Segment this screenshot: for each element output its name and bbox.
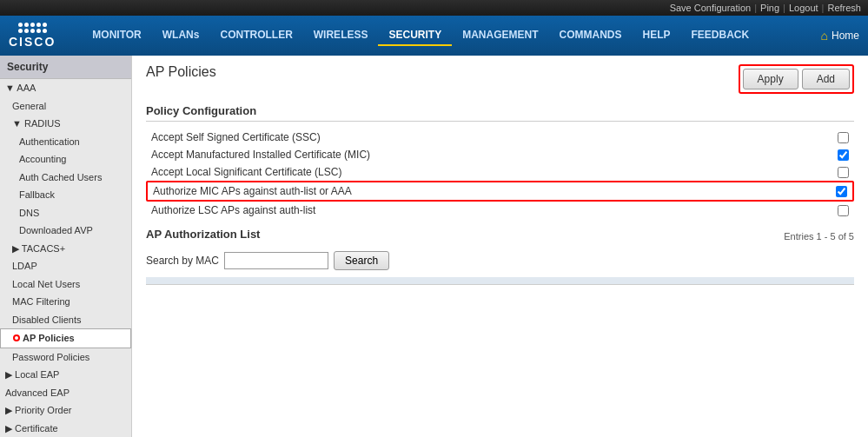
table-header [146, 277, 854, 285]
sidebar-item-label: ▶ Local EAP [5, 369, 59, 380]
content-area: AP Policies Apply Add Policy Configurati… [132, 56, 868, 437]
search-input[interactable] [224, 252, 328, 269]
sidebar-item-dns[interactable]: DNS [0, 204, 131, 222]
sidebar-item-label: Fallback [19, 189, 55, 200]
policy-rows: Accept Self Signed Certificate (SSC)Acce… [146, 129, 854, 219]
sidebar-item--tacacs-[interactable]: ▶ TACACS+ [0, 240, 131, 258]
logout-link[interactable]: Logout [789, 3, 818, 13]
sidebar-item-general[interactable]: General [0, 97, 131, 116]
sidebar-item-label: DNS [19, 208, 39, 218]
sidebar-item-label: ▶ Certificate [5, 423, 58, 434]
sidebar-item-label: Password Policies [12, 352, 89, 362]
entries-info: Entries 1 - 5 of 5 [784, 231, 854, 242]
policy-label-3: Authorize MIC APs against auth-list or A… [153, 185, 829, 197]
save-config-link[interactable]: Save Configuration [670, 3, 752, 13]
sidebar-item-label: ▼ RADIUS [12, 118, 61, 129]
sidebar-item--radius[interactable]: ▼ RADIUS [0, 115, 131, 133]
nav-item-help[interactable]: HELP [632, 25, 680, 46]
nav-item-monitor[interactable]: MONITOR [82, 25, 151, 46]
sidebar-item-ldap[interactable]: LDAP [0, 257, 131, 275]
home-label: Home [832, 30, 859, 42]
sidebar-item-label: ▶ TACACS+ [12, 243, 65, 254]
policy-row-0: Accept Self Signed Certificate (SSC) [146, 129, 854, 146]
auth-list-title: AP Authorization List [146, 228, 260, 244]
cisco-name: CISCO [9, 35, 56, 49]
policy-config-section-title: Policy Configuration [146, 104, 854, 122]
policy-label-0: Accept Self Signed Certificate (SSC) [151, 131, 831, 143]
sidebar-item-authentication[interactable]: Authentication [0, 133, 131, 151]
policy-label-1: Accept Manufactured Installed Certificat… [151, 149, 831, 161]
sidebar-item--aaa[interactable]: ▼ AAA [0, 79, 131, 97]
nav-menu: MONITORWLANsCONTROLLERWIRELESSSECURITYMA… [82, 25, 803, 46]
table-header-row [146, 277, 854, 285]
logo-dot [24, 29, 29, 33]
sidebar-items: ▼ AAAGeneral▼ RADIUSAuthenticationAccoun… [0, 79, 131, 437]
sidebar-item-label: Local Net Users [12, 279, 80, 289]
add-button[interactable]: Add [802, 69, 850, 89]
search-button[interactable]: Search [334, 251, 389, 270]
logo-dot [36, 29, 41, 33]
policy-label-4: Authorize LSC APs against auth-list [151, 204, 831, 216]
sidebar: Security ▼ AAAGeneral▼ RADIUSAuthenticat… [0, 56, 132, 437]
sidebar-item-accounting[interactable]: Accounting [0, 150, 131, 169]
policy-row-4: Authorize LSC APs against auth-list [146, 202, 854, 219]
policy-checkbox-1[interactable] [838, 149, 849, 161]
sidebar-item-label: ▼ AAA [5, 83, 36, 93]
sidebar-item--certificate[interactable]: ▶ Certificate [0, 420, 131, 438]
sidebar-item-label: Accounting [19, 154, 66, 164]
auth-list-header: AP Authorization List Entries 1 - 5 of 5 [146, 228, 854, 244]
main-layout: Security ▼ AAAGeneral▼ RADIUSAuthenticat… [0, 56, 868, 437]
policy-checkbox-4[interactable] [838, 205, 849, 216]
nav-item-feedback[interactable]: FEEDBACK [681, 25, 760, 46]
search-label: Search by MAC [146, 255, 219, 267]
sidebar-item--local-eap[interactable]: ▶ Local EAP [0, 366, 131, 384]
sidebar-item-label: Authentication [19, 136, 80, 147]
sidebar-item-advanced-eap[interactable]: Advanced EAP [0, 384, 131, 402]
col-mac [146, 277, 376, 285]
logo-dot [24, 23, 29, 27]
home-icon: ⌂ [821, 29, 828, 43]
sidebar-item-label: AP Policies [23, 333, 75, 343]
sidebar-item-downloaded-avp[interactable]: Downloaded AVP [0, 222, 131, 240]
cisco-logo: CISCO [9, 23, 56, 49]
policy-checkbox-0[interactable] [838, 132, 849, 143]
sidebar-item-label: Downloaded AVP [19, 225, 93, 235]
nav-item-commands[interactable]: COMMANDS [548, 25, 632, 46]
ping-link[interactable]: Ping [760, 3, 779, 13]
apply-button[interactable]: Apply [743, 69, 798, 89]
logo-dot [43, 29, 47, 33]
nav-item-wlans[interactable]: WLANs [152, 25, 210, 46]
nav-item-wireless[interactable]: WIRELESS [303, 25, 379, 46]
policy-row-3: Authorize MIC APs against auth-list or A… [146, 181, 854, 202]
content-header: AP Policies Apply Add [146, 64, 854, 94]
nav-item-controller[interactable]: CONTROLLER [209, 25, 302, 46]
sidebar-item-label: LDAP [12, 261, 37, 271]
nav-item-management[interactable]: MANAGEMENT [452, 25, 548, 46]
action-buttons: Apply Add [739, 64, 854, 94]
sidebar-item-label: Advanced EAP [5, 387, 70, 398]
sidebar-item-ap-policies[interactable]: AP Policies [0, 328, 131, 348]
sidebar-item-label: General [12, 101, 46, 111]
sidebar-item-password-policies[interactable]: Password Policies [0, 348, 131, 367]
sidebar-item-label: ▶ Priority Order [5, 405, 71, 415]
sidebar-item-mac-filtering[interactable]: MAC Filtering [0, 293, 131, 311]
home-nav[interactable]: ⌂ Home [821, 29, 859, 43]
sidebar-item-fallback[interactable]: Fallback [0, 186, 131, 204]
sidebar-item-label: Auth Cached Users [19, 172, 102, 182]
policy-checkbox-3[interactable] [836, 186, 847, 197]
logo-dot [36, 23, 41, 27]
sidebar-item-label: Disabled Clients [12, 315, 81, 325]
sidebar-item-disabled-clients[interactable]: Disabled Clients [0, 311, 131, 329]
mac-table [146, 277, 854, 285]
nav-item-security[interactable]: SECURITY [378, 25, 452, 46]
policy-checkbox-2[interactable] [838, 167, 849, 178]
sidebar-item-local-net-users[interactable]: Local Net Users [0, 275, 131, 294]
logo-dot [18, 29, 23, 33]
top-bar: Save Configuration | Ping | Logout | Ref… [0, 0, 868, 16]
sidebar-item-auth-cached-users[interactable]: Auth Cached Users [0, 169, 131, 187]
col-sha1 [606, 277, 837, 285]
header: CISCO MONITORWLANsCONTROLLERWIRELESSSECU… [0, 16, 868, 56]
col-cert [376, 277, 606, 285]
sidebar-item--priority-order[interactable]: ▶ Priority Order [0, 401, 131, 420]
refresh-link[interactable]: Refresh [827, 3, 861, 13]
